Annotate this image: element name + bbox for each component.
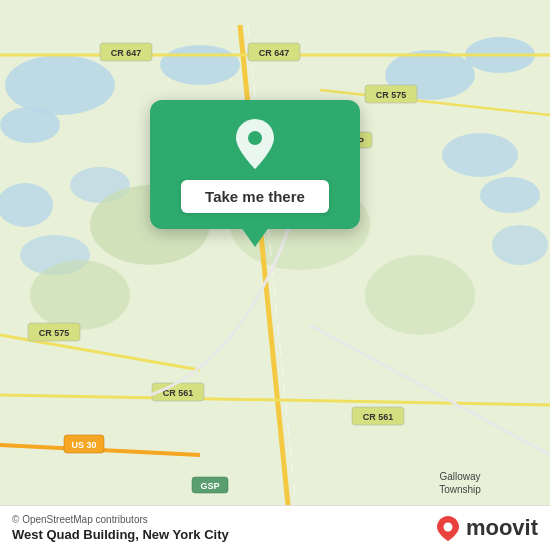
map-svg: CR 647 CR 647 CR 575 SP CR 575 CR 561 CR… xyxy=(0,0,550,550)
popup-card: Take me there xyxy=(150,100,360,229)
take-me-there-button[interactable]: Take me there xyxy=(181,180,329,213)
svg-text:CR 575: CR 575 xyxy=(39,328,70,338)
svg-text:CR 575: CR 575 xyxy=(376,90,407,100)
location-icon-wrap xyxy=(229,118,281,170)
svg-point-8 xyxy=(492,225,548,265)
svg-point-13 xyxy=(30,260,130,330)
svg-text:CR 561: CR 561 xyxy=(363,412,394,422)
svg-text:US 30: US 30 xyxy=(71,440,96,450)
map-container: CR 647 CR 647 CR 575 SP CR 575 CR 561 CR… xyxy=(0,0,550,550)
svg-text:GSP: GSP xyxy=(200,481,219,491)
svg-point-44 xyxy=(248,131,262,145)
bottom-bar: © OpenStreetMap contributors West Quad B… xyxy=(0,505,550,550)
svg-text:CR 647: CR 647 xyxy=(111,48,142,58)
location-pin-icon xyxy=(231,117,279,171)
svg-point-3 xyxy=(160,45,240,85)
osm-credit: © OpenStreetMap contributors xyxy=(12,514,229,525)
moovit-pin-icon xyxy=(434,514,462,542)
svg-point-2 xyxy=(0,107,60,143)
svg-text:Township: Township xyxy=(439,484,481,495)
moovit-logo: moovit xyxy=(434,514,538,542)
svg-point-6 xyxy=(442,133,518,177)
svg-point-45 xyxy=(443,523,452,532)
bottom-left: © OpenStreetMap contributors West Quad B… xyxy=(12,514,229,542)
location-label: West Quad Building, New York City xyxy=(12,527,229,542)
svg-point-1 xyxy=(5,55,115,115)
svg-text:Galloway: Galloway xyxy=(439,471,480,482)
svg-text:CR 647: CR 647 xyxy=(259,48,290,58)
moovit-text: moovit xyxy=(466,515,538,541)
svg-point-7 xyxy=(480,177,540,213)
svg-point-15 xyxy=(365,255,475,335)
